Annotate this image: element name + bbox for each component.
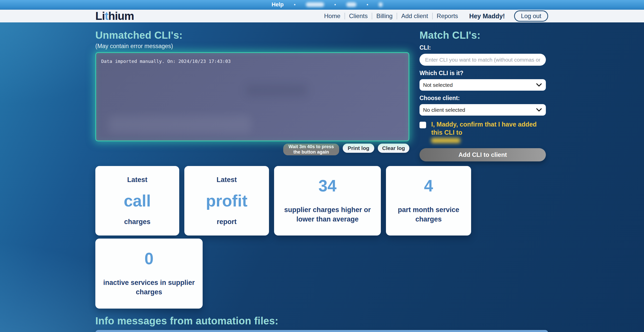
choose-client-label: Choose client: xyxy=(420,95,546,102)
info-messages-title: Info messages from automation files: xyxy=(95,316,548,326)
confirm-row: I, Maddy, confirm that I have added this… xyxy=(420,120,546,143)
redacted-client-name xyxy=(431,138,460,143)
nav-billing[interactable]: Billing xyxy=(376,12,393,20)
card-bottom-label: charges xyxy=(124,217,151,226)
card-top-label: Latest xyxy=(217,175,237,184)
logo-text-dark: Li xyxy=(95,10,105,22)
card-bottom-label: inactive services in supplier charges xyxy=(101,278,197,297)
confirm-statement-text: I, Maddy, confirm that I have added this… xyxy=(431,121,537,136)
wait-cooldown-button[interactable]: Wait 3m 40s to press the button again xyxy=(283,144,339,155)
print-log-button[interactable]: Print log xyxy=(343,144,374,153)
add-cli-to-client-button[interactable]: Add CLI to client xyxy=(420,148,546,161)
card-bottom-label: supplier charges higher or lower than av… xyxy=(280,205,375,224)
unmatched-section: Unmatched CLI's: (May contain error mess… xyxy=(95,30,409,155)
redacted-topbar-item-2[interactable] xyxy=(346,2,356,7)
which-cli-label: Which CLI is it? xyxy=(420,70,546,77)
logo-text-dark: hium xyxy=(108,10,134,22)
log-line: Data imported manually. On: 2024/10/23 1… xyxy=(101,59,403,64)
client-selected-value: No client selected xyxy=(423,107,465,113)
redacted-log-content xyxy=(109,116,251,133)
redacted-topbar-item-3[interactable] xyxy=(379,2,383,7)
card-bottom-label: report xyxy=(217,217,236,226)
click-to-open-button[interactable]: Click to open xyxy=(95,330,548,332)
card-big-value: 34 xyxy=(318,178,336,194)
client-select[interactable]: No client selected xyxy=(420,104,546,116)
confirm-statement: I, Maddy, confirm that I have added this… xyxy=(431,120,546,143)
separator-dot: • xyxy=(334,2,336,7)
nav-clients[interactable]: Clients xyxy=(349,12,368,20)
card-big-value: call xyxy=(124,193,151,209)
latest-call-charges-card[interactable]: Latest call charges xyxy=(95,166,179,236)
user-greeting: Hey Maddy! xyxy=(469,12,505,20)
card-bottom-label: part month service charges xyxy=(388,205,469,224)
latest-profit-report-card[interactable]: Latest profit report xyxy=(184,166,269,236)
supplier-charges-card[interactable]: 34 supplier charges higher or lower than… xyxy=(274,166,381,236)
which-cli-selected-value: Not selected xyxy=(423,82,453,88)
confirm-checkbox[interactable] xyxy=(420,122,426,128)
redacted-topbar-item-1[interactable] xyxy=(306,2,324,7)
navbar: Lithium Home Clients Billing Add client … xyxy=(0,10,644,22)
nav-divider xyxy=(372,13,372,19)
cli-label: CLI: xyxy=(420,44,546,51)
chevron-down-icon xyxy=(536,83,542,87)
card-big-value: 4 xyxy=(424,178,433,194)
which-cli-select[interactable]: Not selected xyxy=(420,79,546,91)
help-link[interactable]: Help xyxy=(272,1,284,8)
part-month-service-charges-card[interactable]: 4 part month service charges xyxy=(386,166,471,236)
topbar-menu: Help • • • xyxy=(272,1,383,8)
unmatched-title: Unmatched CLI's: xyxy=(95,30,409,40)
redacted-log-content xyxy=(246,85,307,96)
nav-home[interactable]: Home xyxy=(324,12,340,20)
stat-cards: Latest call charges Latest profit report… xyxy=(95,166,482,309)
nav-links: Home Clients Billing Add client Reports … xyxy=(324,10,548,22)
logo-text-blue: t xyxy=(105,10,108,22)
log-output-area[interactable]: Data imported manually. On: 2024/10/23 1… xyxy=(95,52,409,141)
lithium-logo[interactable]: Lithium xyxy=(95,10,134,22)
nav-reports[interactable]: Reports xyxy=(437,12,458,20)
info-messages-section: Info messages from automation files: Cli… xyxy=(0,316,644,332)
match-title: Match CLI's: xyxy=(420,30,546,40)
card-big-value: 0 xyxy=(144,251,154,267)
logout-button[interactable]: Log out xyxy=(514,10,548,22)
nav-divider xyxy=(432,13,433,19)
nav-divider xyxy=(345,13,345,19)
separator-dot: • xyxy=(367,2,368,7)
match-cli-panel: Match CLI's: CLI: Which CLI is it? Not s… xyxy=(420,30,546,161)
card-top-label: Latest xyxy=(127,175,147,184)
clear-log-button[interactable]: Clear log xyxy=(378,144,409,153)
nav-add-client[interactable]: Add client xyxy=(401,12,428,20)
chevron-down-icon xyxy=(536,108,542,112)
separator-dot: • xyxy=(294,2,296,7)
unmatched-subtitle: (May contain error messages) xyxy=(95,43,409,50)
main-content: Unmatched CLI's: (May contain error mess… xyxy=(0,22,644,161)
topbar: Help • • • xyxy=(0,0,644,10)
nav-divider xyxy=(397,13,397,19)
inactive-services-card[interactable]: 0 inactive services in supplier charges xyxy=(95,239,203,309)
cli-input[interactable] xyxy=(420,54,546,66)
log-button-row: Wait 3m 40s to press the button again Pr… xyxy=(95,144,409,155)
card-big-value: profit xyxy=(206,193,248,209)
